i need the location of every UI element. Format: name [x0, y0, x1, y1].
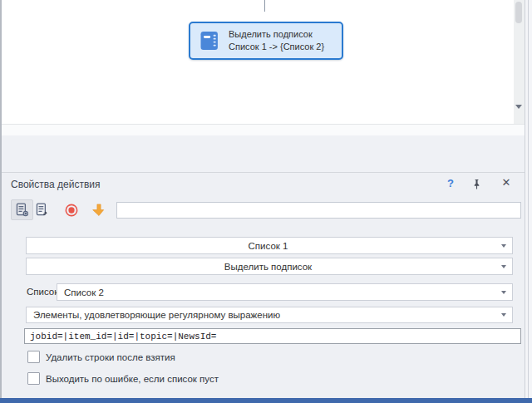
- action-node[interactable]: Выделить подписок Список 1 -> {Список 2}: [189, 22, 343, 60]
- exit-on-error-checkbox[interactable]: [27, 372, 40, 385]
- exit-on-error-label: Выходить по ошибке, если список пуст: [46, 374, 219, 384]
- action-type-value: Выделить подписок: [27, 262, 498, 272]
- help-button[interactable]: ?: [444, 177, 457, 189]
- target-list-value: Список 2: [57, 288, 498, 297]
- actions-toolbar: •••: [0, 135, 525, 172]
- source-list-dropdown[interactable]: Список 1: [26, 237, 513, 254]
- source-list-value: Список 1: [27, 241, 498, 251]
- selection-mode-dropdown[interactable]: Элементы, удовлетворяющие регулярному вы…: [26, 307, 513, 323]
- action-type-dropdown[interactable]: Выделить подписок: [26, 258, 513, 275]
- target-list-label: Список: [27, 287, 58, 297]
- list-action-icon: [198, 29, 221, 52]
- bottom-status-bar: [0, 398, 532, 403]
- chevron-down-icon: [501, 244, 506, 248]
- vertical-scrollbar-thumb[interactable]: [515, 2, 522, 23]
- node-title: Выделить подписок: [229, 28, 324, 41]
- chevron-down-icon: [501, 313, 506, 317]
- close-icon[interactable]: ✕: [500, 176, 513, 189]
- record-button[interactable]: [60, 199, 82, 220]
- selection-mode-value: Элементы, удовлетворяющие регулярному вы…: [27, 310, 498, 320]
- edit-action-button[interactable]: [31, 199, 53, 220]
- action-properties-panel: Свойства действия ? ✕: [0, 172, 525, 398]
- chevron-down-icon: [501, 265, 506, 268]
- project-maker-window: Выделить подписок Список 1 -> {Список 2}: [0, 0, 532, 403]
- regex-pattern-input[interactable]: [24, 328, 521, 344]
- delete-rows-checkbox[interactable]: [27, 351, 40, 363]
- panel-title: Свойства действия: [11, 179, 100, 190]
- insert-down-arrow-button[interactable]: [87, 199, 110, 220]
- window-right-edge-line: [528, 0, 529, 403]
- delete-rows-label: Удалить строки после взятия: [46, 352, 175, 362]
- properties-tab-button[interactable]: [11, 199, 33, 220]
- chevron-down-icon: [501, 291, 506, 294]
- node-connector-line: [264, 0, 265, 12]
- action-name-input[interactable]: [116, 202, 521, 219]
- scroll-down-arrow-icon[interactable]: [515, 105, 522, 109]
- window-left-edge: [0, 0, 2, 403]
- workflow-canvas[interactable]: Выделить подписок Список 1 -> {Список 2}: [0, 0, 532, 124]
- pin-icon[interactable]: [470, 178, 483, 190]
- canvas-horizontal-scrollbar[interactable]: [0, 124, 525, 135]
- target-list-dropdown[interactable]: Список 2: [57, 283, 513, 301]
- node-subtitle: Список 1 -> {Список 2}: [229, 41, 324, 53]
